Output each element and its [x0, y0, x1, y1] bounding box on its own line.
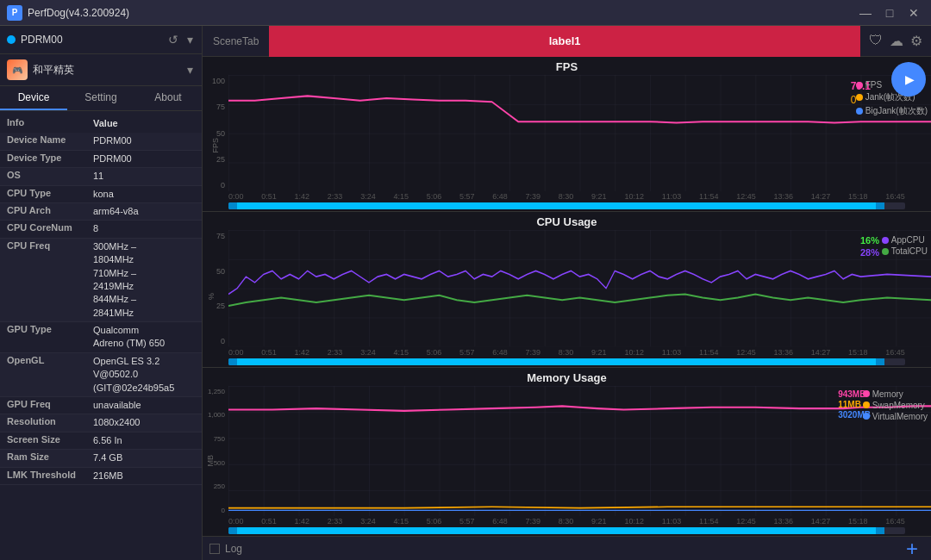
device-row: PDRM00 ↺ ▾: [0, 26, 202, 54]
info-row: OpenGLOpenGL ES 3.2 V@0502.0 (GIT@02e24b…: [0, 353, 202, 397]
memory-scrollbar[interactable]: [228, 527, 905, 534]
svg-rect-5: [228, 386, 931, 516]
info-row: GPU Frequnavailable: [0, 397, 202, 414]
info-row: Screen Size6.56 In: [0, 432, 202, 450]
cpu-chart-title: CPU Usage: [203, 215, 931, 228]
cpu-chart-body: 75 50 25 0 %: [203, 230, 931, 346]
tab-about[interactable]: About: [134, 86, 202, 110]
tab-device[interactable]: Device: [0, 86, 67, 110]
window-controls: — □ ✕: [855, 4, 924, 22]
settings-icon: ⚙: [910, 33, 922, 49]
device-refresh-button[interactable]: ↺: [166, 31, 180, 48]
device-name: PDRM00: [21, 34, 161, 46]
play-button[interactable]: [891, 62, 926, 96]
fps-legend-bigjank: BigJank(帧次数): [856, 105, 928, 117]
memory-chart-inner: 943MB 11MB 3020MB Memory: [228, 386, 931, 516]
fps-chart-title: FPS: [203, 60, 931, 73]
game-dropdown-button[interactable]: ▾: [185, 61, 195, 78]
mem-legend-memory: Memory: [863, 389, 928, 399]
info-row: OS11: [0, 168, 202, 185]
shield-icon: 🛡: [869, 33, 883, 49]
maximize-button[interactable]: □: [879, 4, 900, 22]
fps-scrollbar-right-handle[interactable]: [876, 202, 884, 209]
info-row: Ram Size7.4 GB: [0, 450, 202, 467]
add-button[interactable]: +: [900, 537, 924, 561]
left-tab-bar: Device Setting About: [0, 86, 202, 111]
game-name: 和平精英: [33, 63, 180, 78]
info-row: CPU Typekona: [0, 186, 202, 203]
fps-x-axis: 0:000:511:422:333:244:155:065:576:487:39…: [203, 192, 931, 201]
cpu-legend-total: TotalCPU: [882, 246, 928, 256]
info-col-val: Value: [93, 117, 195, 130]
svg-rect-1: [228, 75, 931, 191]
device-dropdown-button[interactable]: ▾: [185, 31, 195, 48]
minimize-button[interactable]: —: [855, 4, 876, 22]
titlebar: P PerfDog(v4.3.200924) — □ ✕: [0, 0, 931, 26]
game-row: 🎮 和平精英 ▾: [0, 54, 202, 86]
memory-scrollbar-left-handle[interactable]: [228, 527, 237, 534]
scene-tab-label: SceneTab: [203, 35, 269, 47]
scene-tab-bar: SceneTab label1 🛡 ☁ ⚙: [203, 26, 931, 57]
cpu-y-axis: 75 50 25 0: [203, 230, 228, 346]
scene-tab-active[interactable]: label1: [269, 26, 860, 57]
mem-legend-virtual: VirtualMemory: [863, 412, 928, 421]
right-panel: SceneTab label1 🛡 ☁ ⚙ FPS 100 75 50: [203, 26, 931, 560]
info-table: Info Value Device NamePDRM00Device TypeP…: [0, 111, 202, 560]
info-row: LMK Threshold216MB: [0, 468, 202, 485]
fps-scrollbar-thumb: [228, 202, 884, 209]
main-layout: PDRM00 ↺ ▾ 🎮 和平精英 ▾ Device Setting About…: [0, 26, 931, 560]
memory-chart: Memory Usage 1,250 1,000 750 500 250 0 M…: [203, 368, 931, 536]
info-rows: Device NamePDRM00Device TypePDRM00OS11CP…: [0, 133, 202, 485]
info-row: Resolution1080x2400: [0, 414, 202, 432]
memory-chart-title: Memory Usage: [203, 371, 931, 384]
game-avatar: 🎮: [7, 59, 28, 80]
app-title: PerfDog(v4.3.200924): [28, 7, 855, 19]
info-col-key: Info: [7, 117, 93, 130]
log-bar: Log +: [203, 536, 931, 560]
cpu-scrollbar[interactable]: [228, 358, 905, 365]
fps-scrollbar-left-handle[interactable]: [228, 202, 237, 209]
fps-y-axis: 100 75 50 25 0: [203, 75, 228, 191]
mem-legend-swap: SwapMemory: [863, 401, 928, 410]
cpu-scrollbar-right-handle[interactable]: [876, 358, 884, 365]
cpu-legend-app: AppCPU: [882, 235, 928, 245]
info-table-header: Info Value: [0, 115, 202, 133]
cpu-chart-inner: 16% 28% AppCPU TotalCPU: [228, 230, 931, 346]
svg-rect-3: [228, 230, 931, 346]
memory-x-axis: 0:000:511:422:333:244:155:065:576:487:39…: [203, 517, 931, 526]
memory-scrollbar-thumb: [228, 527, 884, 534]
fps-chart-inner: 79.1 0 FPS Jank(帧次数): [228, 75, 931, 191]
info-row: CPU Archarm64-v8a: [0, 203, 202, 221]
cpu-chart: CPU Usage 75 50 25 0 %: [203, 212, 931, 367]
scene-icons: 🛡 ☁ ⚙: [860, 33, 931, 49]
memory-y-label: MB: [206, 455, 215, 467]
log-label: Log: [225, 543, 242, 555]
info-row: CPU Freq300MHz – 1804MHz 710MHz – 2419MH…: [0, 239, 202, 322]
fps-scrollbar[interactable]: [228, 202, 905, 209]
fps-y-label: FPS: [211, 138, 220, 153]
memory-scrollbar-right-handle[interactable]: [876, 527, 884, 534]
info-row: CPU CoreNum8: [0, 221, 202, 238]
cpu-scrollbar-left-handle[interactable]: [228, 358, 237, 365]
info-row: Device NamePDRM00: [0, 133, 202, 150]
device-status-dot: [7, 35, 16, 44]
tab-setting[interactable]: Setting: [67, 86, 134, 110]
charts-area: FPS 100 75 50 25 0 FPS: [203, 57, 931, 536]
cpu-x-axis: 0:000:511:422:333:244:155:065:576:487:39…: [203, 348, 931, 357]
fps-chart-body: 100 75 50 25 0 FPS: [203, 75, 931, 191]
cpu-scrollbar-thumb: [228, 358, 884, 365]
info-row: GPU TypeQualcomm Adreno (TM) 650: [0, 322, 202, 353]
memory-y-axis: 1,250 1,000 750 500 250 0: [203, 386, 228, 516]
memory-chart-body: 1,250 1,000 750 500 250 0 MB: [203, 386, 931, 516]
fps-chart: FPS 100 75 50 25 0 FPS: [203, 57, 931, 212]
left-panel: PDRM00 ↺ ▾ 🎮 和平精英 ▾ Device Setting About…: [0, 26, 203, 560]
log-checkbox[interactable]: [209, 544, 220, 554]
cpu-y-label: %: [207, 293, 216, 300]
close-button[interactable]: ✕: [903, 4, 924, 22]
cloud-icon: ☁: [890, 33, 903, 49]
info-row: Device TypePDRM00: [0, 151, 202, 168]
app-icon: P: [7, 5, 22, 21]
